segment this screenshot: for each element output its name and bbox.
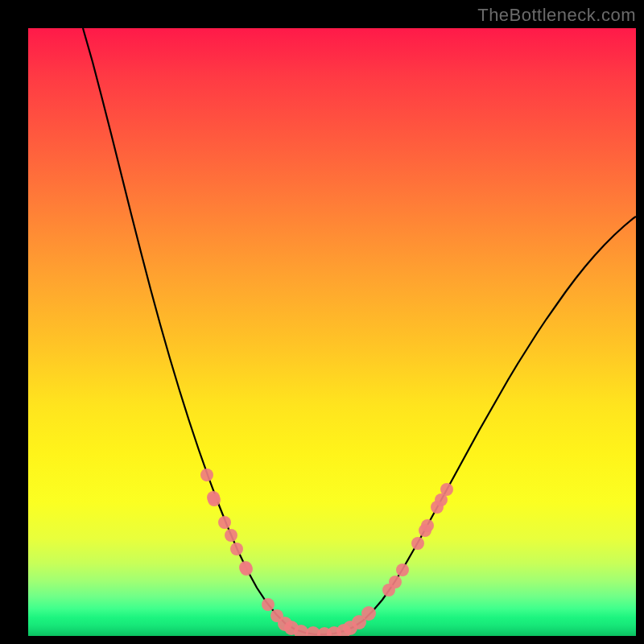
data-dot xyxy=(225,529,237,542)
bottleneck-curve xyxy=(83,28,636,634)
data-dot xyxy=(411,537,424,550)
data-dot xyxy=(262,598,275,611)
data-dot xyxy=(200,469,213,481)
plot-area xyxy=(28,28,636,636)
data-dot xyxy=(230,543,243,555)
data-dot xyxy=(440,483,453,496)
data-points-trough xyxy=(278,606,376,636)
data-dot xyxy=(208,493,221,506)
chart-svg xyxy=(28,28,636,636)
data-points-right xyxy=(382,483,453,597)
watermark-text: TheBottleneck.com xyxy=(477,5,636,26)
data-points-left xyxy=(200,469,283,622)
data-dot xyxy=(218,516,231,529)
data-dot xyxy=(240,563,253,576)
data-dot xyxy=(389,576,402,588)
data-dot xyxy=(421,519,434,532)
chart-frame: TheBottleneck.com xyxy=(0,0,644,644)
data-dot xyxy=(396,564,409,576)
data-dot xyxy=(361,606,376,621)
